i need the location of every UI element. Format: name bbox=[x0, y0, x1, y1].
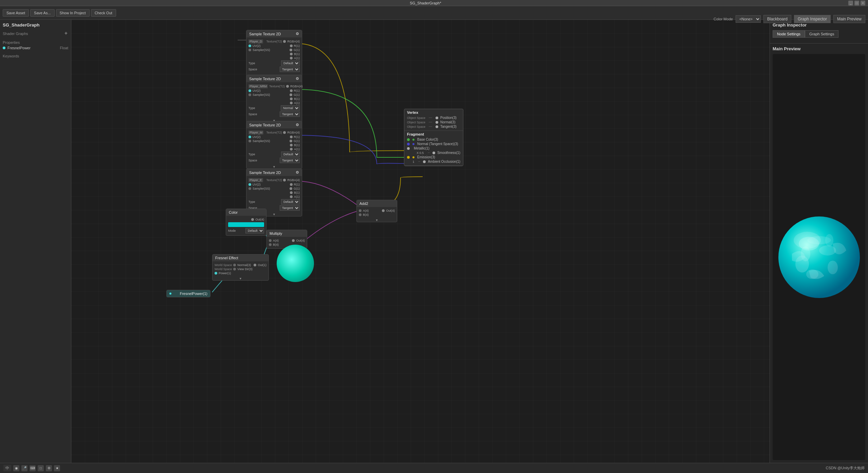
taskbar-icon-5[interactable]: ⚙ bbox=[46, 465, 52, 471]
save-as-button[interactable]: Save As... bbox=[30, 9, 55, 17]
uv-port[interactable] bbox=[248, 45, 251, 47]
taskbar-icon-4[interactable]: □ bbox=[38, 465, 44, 471]
g-port-3[interactable] bbox=[290, 140, 292, 142]
graph-settings-tab[interactable]: Graph Settings bbox=[805, 30, 838, 38]
g-port[interactable] bbox=[290, 49, 292, 51]
fresnel-node[interactable]: Fresnel Effect World Space Normal(3) Out… bbox=[212, 254, 269, 281]
node-settings-icon[interactable]: ⚙ bbox=[296, 32, 299, 36]
fresnel-power-port[interactable] bbox=[215, 272, 217, 275]
a-port-4[interactable] bbox=[290, 195, 293, 198]
rgba-out-port-3[interactable] bbox=[283, 131, 286, 134]
g-port-2[interactable] bbox=[290, 93, 292, 96]
taskbar-icon-3[interactable]: ⌨ bbox=[30, 465, 36, 471]
r-port-3[interactable] bbox=[290, 136, 293, 138]
uv-port-2[interactable] bbox=[248, 89, 251, 92]
node-settings-icon-3[interactable]: ⚙ bbox=[296, 123, 299, 127]
fresnel-chevron[interactable]: ▼ bbox=[213, 277, 269, 280]
space-row: Space Tangent bbox=[248, 67, 300, 72]
a-port-3[interactable] bbox=[290, 148, 293, 151]
sample-texture-2d-node-1[interactable]: Sample Texture 2D ⚙ Player_D Texture(T2)… bbox=[246, 30, 302, 78]
node-settings-icon-4[interactable]: ⚙ bbox=[296, 170, 299, 175]
node-row: A(1) bbox=[248, 56, 300, 60]
b-port[interactable] bbox=[290, 53, 293, 55]
blackboard-tab[interactable]: Blackboard bbox=[763, 15, 791, 23]
fresnel-power-property[interactable]: FresnelPower Float bbox=[3, 46, 68, 50]
add2-b-port[interactable] bbox=[359, 213, 362, 216]
emission-in-port[interactable] bbox=[407, 156, 410, 159]
b-port-4[interactable] bbox=[290, 191, 293, 194]
add2-node[interactable]: Add2 A(4) Out(4) B(4) ▼ bbox=[356, 200, 397, 222]
fresnel-normal-port[interactable] bbox=[233, 264, 236, 266]
space-select-1[interactable]: Tangent bbox=[280, 67, 300, 72]
fresnel-power-ref-node[interactable]: FresnelPower(1) bbox=[166, 290, 210, 297]
space-select-2[interactable]: Tangent bbox=[280, 111, 300, 117]
smoothness-in-port[interactable] bbox=[432, 152, 435, 154]
minimize-button[interactable]: _ bbox=[848, 1, 853, 5]
show-in-project-button[interactable]: Show In Project bbox=[56, 9, 90, 17]
type-select-1[interactable]: Default bbox=[281, 60, 300, 66]
color-out-port[interactable] bbox=[251, 218, 254, 221]
g-port-4[interactable] bbox=[290, 187, 292, 190]
add2-chevron[interactable]: ▼ bbox=[357, 218, 397, 222]
rgba-out-port-2[interactable] bbox=[286, 85, 289, 88]
maximize-button[interactable]: □ bbox=[854, 1, 859, 5]
type-select-3[interactable]: Default bbox=[281, 152, 300, 157]
b-port-3[interactable] bbox=[290, 144, 293, 146]
taskbar-icon-1[interactable]: ◉ bbox=[13, 465, 19, 471]
sample-texture-2d-node-3[interactable]: Sample Texture 2D ⚙ Player_M Texture(T2)… bbox=[246, 121, 302, 169]
a-port[interactable] bbox=[290, 57, 293, 59]
taskbar-icon-6[interactable]: ★ bbox=[54, 465, 60, 471]
type-select-2[interactable]: Normal bbox=[281, 105, 300, 111]
master-node[interactable]: Vertex Object Space Position(3) Object S… bbox=[404, 109, 463, 166]
color-mode-select-node[interactable]: Default bbox=[245, 228, 264, 233]
rgba-out-port-4[interactable] bbox=[283, 179, 286, 181]
multiply-a-port[interactable] bbox=[269, 239, 272, 242]
normal-ts-in-port[interactable] bbox=[407, 143, 410, 145]
add-shader-graph-button[interactable]: + bbox=[64, 30, 68, 36]
r-port-2[interactable] bbox=[290, 89, 293, 92]
sampler-port-3[interactable] bbox=[248, 140, 251, 142]
space-select-3[interactable]: Tangent bbox=[280, 158, 300, 163]
canvas-area[interactable]: Sample Texture 2D ⚙ Player_D Texture(T2)… bbox=[71, 20, 770, 463]
graph-inspector-tab[interactable]: Graph Inspector bbox=[794, 15, 831, 23]
taskbar-icon-2[interactable]: 🎤 bbox=[21, 465, 27, 471]
vertex-row-2: Object Space Normal(3) bbox=[407, 120, 460, 124]
uv-port-3[interactable] bbox=[248, 136, 251, 138]
fresnel-view-port[interactable] bbox=[233, 268, 236, 270]
node-settings-tab[interactable]: Node Settings bbox=[773, 30, 805, 38]
normal-in-port[interactable] bbox=[436, 121, 438, 124]
add2-a-port[interactable] bbox=[359, 209, 362, 212]
rgba-out-port[interactable] bbox=[283, 40, 286, 43]
sampler-port-2[interactable] bbox=[248, 93, 251, 96]
metallic-in-port[interactable] bbox=[407, 147, 410, 150]
b-port-2[interactable] bbox=[290, 98, 293, 100]
ao-in-port[interactable] bbox=[423, 160, 426, 163]
node-settings-icon-2[interactable]: ⚙ bbox=[296, 76, 299, 81]
position-in-port[interactable] bbox=[436, 117, 438, 119]
check-out-button[interactable]: Check Out bbox=[91, 9, 116, 17]
r-port[interactable] bbox=[290, 45, 293, 47]
multiply-b-port[interactable] bbox=[269, 243, 272, 246]
base-color-in-port[interactable] bbox=[407, 138, 410, 141]
fresnel-out-port[interactable] bbox=[254, 264, 256, 266]
type-select-4[interactable]: Default bbox=[281, 199, 300, 205]
multiply-out-port[interactable] bbox=[292, 239, 295, 242]
taskbar-lang[interactable]: 中 bbox=[3, 465, 11, 471]
color-mode-select[interactable]: <None> bbox=[736, 15, 761, 23]
sampler-port[interactable] bbox=[248, 49, 251, 51]
add2-out-port[interactable] bbox=[382, 209, 385, 212]
r-port-4[interactable] bbox=[290, 183, 293, 186]
a-port-2[interactable] bbox=[290, 102, 293, 104]
sample-texture-2d-node-2[interactable]: Sample Texture 2D ⚙ Player_NRM Texture(T… bbox=[246, 75, 302, 123]
tangent-in-port[interactable] bbox=[436, 125, 438, 128]
space-select-4[interactable]: Tangent bbox=[280, 205, 300, 211]
save-asset-button[interactable]: Save Asset bbox=[3, 9, 29, 17]
main-preview-tab[interactable]: Main Preview bbox=[833, 15, 865, 23]
sampler-port-4[interactable] bbox=[248, 187, 251, 190]
color-node[interactable]: Color Out(4) Mode Default bbox=[226, 209, 266, 236]
close-button[interactable]: × bbox=[861, 1, 865, 5]
fragment-title: Fragment bbox=[407, 132, 460, 136]
window-controls[interactable]: _ □ × bbox=[848, 1, 865, 5]
uv-port-4[interactable] bbox=[248, 183, 251, 186]
node-chevron-3[interactable]: ▼ bbox=[246, 165, 302, 169]
